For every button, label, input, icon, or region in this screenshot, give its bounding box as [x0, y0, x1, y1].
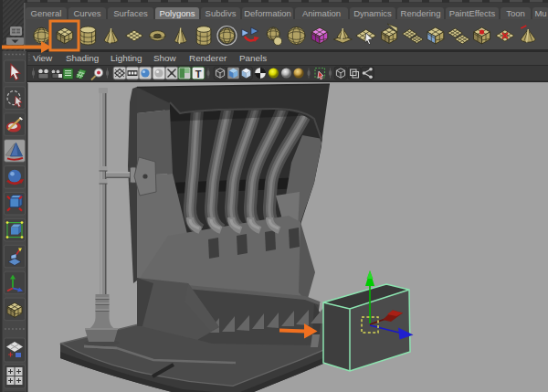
svg-text:Mu: Mu — [534, 8, 546, 18]
svg-text:Panels: Panels — [239, 53, 267, 63]
svg-text:View: View — [33, 53, 53, 63]
svg-text:Animation: Animation — [302, 8, 341, 18]
svg-text:Curves: Curves — [73, 8, 100, 18]
svg-text:Surfaces: Surfaces — [113, 8, 148, 18]
svg-text:PaintEffects: PaintEffects — [449, 8, 496, 18]
svg-text:Subdivs: Subdivs — [206, 8, 237, 18]
svg-text:Renderer: Renderer — [189, 53, 227, 63]
svg-text:Show: Show — [153, 53, 177, 63]
svg-text:T: T — [195, 69, 202, 79]
svg-text:General: General — [31, 8, 62, 18]
svg-text:Lighting: Lighting — [111, 53, 142, 63]
svg-text:Rendering: Rendering — [401, 8, 441, 18]
svg-text:Dynamics: Dynamics — [353, 8, 392, 18]
svg-text:Deformation: Deformation — [244, 8, 291, 18]
svg-text:Toon: Toon — [506, 8, 525, 18]
svg-text:Polygons: Polygons — [159, 8, 195, 18]
svg-text:Shading: Shading — [66, 53, 99, 63]
